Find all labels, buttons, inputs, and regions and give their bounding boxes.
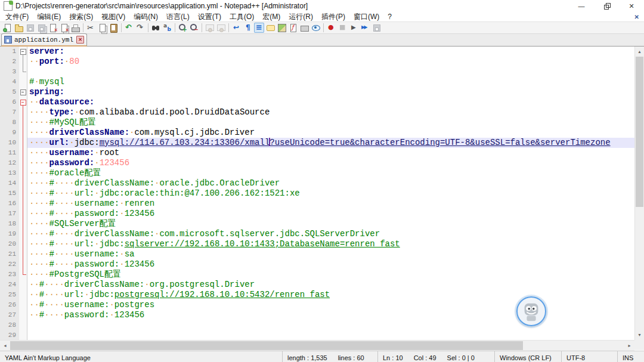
code-line-24[interactable]: 24··#····driverClassName:·org.postgresql… [0,280,634,290]
fold-collapse-icon[interactable] [20,49,26,55]
horizontal-scroll-thumb[interactable] [10,341,523,350]
menu-encoding[interactable]: 编码(N) [129,12,162,22]
user-defined-dialog-icon[interactable] [265,23,275,33]
fold-collapse-icon[interactable] [20,100,26,106]
fold-margin[interactable] [19,47,27,57]
stop-recording-macro-icon[interactable] [338,23,348,33]
status-encoding[interactable]: UTF-8 [562,351,618,362]
code-text[interactable]: ····#····username:·renren [27,199,634,209]
new-file-icon[interactable] [2,23,13,33]
code-text[interactable]: ····#····url:·jdbc:sqlserver://192.168.1… [27,239,634,249]
scroll-down-icon[interactable]: ▾ [635,330,644,340]
status-insert-mode[interactable]: INS [618,351,644,362]
save-all-icon[interactable] [36,23,47,33]
close-button[interactable]: ✕ [619,0,644,12]
scroll-right-icon[interactable]: ▸ [624,341,634,351]
code-text[interactable]: ····#····password:·123456 [27,259,634,270]
code-text[interactable] [27,330,634,340]
playback-macro-icon[interactable] [349,23,359,33]
code-line-12[interactable]: 12····password:·123456 [0,158,634,168]
code-text[interactable]: ····type:·com.alibaba.druid.pool.DruidDa… [27,107,634,117]
code-line-22[interactable]: 22····#····password:·123456 [0,259,634,270]
code-line-20[interactable]: 20····#····url:·jdbc:sqlserver://192.168… [0,239,634,249]
code-text[interactable]: ····driverClassName:·com.mysql.cj.jdbc.D… [27,128,634,138]
undo-icon[interactable] [124,23,134,33]
vertical-scroll-thumb[interactable] [636,57,643,207]
save-recorded-macro-icon[interactable] [371,23,382,33]
code-line-29[interactable]: 29 [0,330,634,340]
sync-horizontal-scrolling-icon[interactable] [216,23,226,33]
code-line-14[interactable]: 14····#····driverClassName:·oracle.jdbc.… [0,178,634,188]
horizontal-scrollbar[interactable]: ◂ ▸ [0,340,634,351]
code-line-23[interactable]: 23····#PostgreSQL配置 [0,270,634,280]
scroll-up-icon[interactable]: ▴ [635,47,644,57]
code-line-6[interactable]: 6··datasource: [0,97,634,107]
sync-vertical-scrolling-icon[interactable] [205,23,215,33]
word-wrap-icon[interactable] [231,23,242,33]
code-line-18[interactable]: 18····#SQLServer配置 [0,219,634,229]
status-eol-format[interactable]: Windows (CR LF) [495,351,562,362]
tab-application-yml[interactable]: application.yml ✕ [1,33,87,47]
code-text[interactable]: #·mysql [27,77,634,87]
code-text[interactable]: ····#····driverClassName:·com.microsoft.… [27,229,634,239]
menu-window[interactable]: 窗口(W) [349,12,383,22]
menu-edit[interactable]: 编辑(E) [33,12,65,22]
tab-close-icon[interactable]: ✕ [76,36,84,44]
menu-help[interactable]: ? [383,13,396,21]
menu-run[interactable]: 运行(R) [284,12,317,22]
menu-search[interactable]: 搜索(S) [65,12,97,22]
vertical-scrollbar[interactable]: ▴ ▾ [634,47,644,340]
replace-icon[interactable] [162,23,172,33]
start-recording-macro-icon[interactable] [326,23,336,33]
menu-file[interactable]: 文件(F) [1,12,33,22]
show-indent-guide-icon[interactable] [254,23,264,33]
code-text[interactable]: ····#PostgreSQL配置 [27,270,634,280]
code-text[interactable]: ····#SQLServer配置 [27,219,634,229]
close-icon[interactable] [48,23,58,33]
code-line-13[interactable]: 13····#oracle配置 [0,168,634,178]
code-text[interactable]: ··#····driverClassName:·org.postgresql.D… [27,280,634,290]
code-line-10[interactable]: 10····url:·jdbc:mysql://114.67.103.234:1… [0,138,634,148]
close-all-icon[interactable] [59,23,69,33]
fold-margin[interactable] [19,87,27,97]
menu-tools[interactable]: 工具(O) [225,12,258,22]
code-line-5[interactable]: 5spring: [0,87,634,97]
code-text[interactable]: server: [27,47,634,57]
code-line-17[interactable]: 17····#····password:·123456 [0,209,634,219]
zoom-in-icon[interactable] [178,23,188,33]
print-icon[interactable] [70,23,80,33]
code-line-8[interactable]: 8····#MySQL配置 [0,117,634,128]
redo-icon[interactable] [135,23,145,33]
copy-icon[interactable] [97,23,107,33]
code-line-16[interactable]: 16····#····username:·renren [0,199,634,209]
code-text[interactable]: spring: [27,87,634,97]
fold-collapse-icon[interactable] [20,89,26,95]
code-text[interactable]: ····#····username:·sa [27,249,634,259]
code-text[interactable] [27,67,634,77]
menu-language[interactable]: 语言(L) [162,12,194,22]
zoom-out-icon[interactable] [189,23,199,33]
restore-button[interactable] [594,0,619,12]
menu-macro[interactable]: 宏(M) [258,12,284,22]
function-list-icon[interactable] [288,23,298,33]
code-line-7[interactable]: 7····type:·com.alibaba.druid.pool.DruidD… [0,107,634,117]
run-macro-multiple-times-icon[interactable] [360,23,370,33]
open-file-icon[interactable] [14,23,24,33]
code-area[interactable]: 1server:2··port:·8034#·mysql5spring:6··d… [0,47,634,340]
minimize-button[interactable]: — [569,0,594,12]
save-icon[interactable] [25,23,35,33]
cut-icon[interactable] [86,23,96,33]
code-line-19[interactable]: 19····#····driverClassName:·com.microsof… [0,229,634,239]
code-line-3[interactable]: 3 [0,67,634,77]
code-text[interactable] [27,320,634,330]
code-text[interactable]: ····password:·123456 [27,158,634,168]
code-text[interactable]: ····#MySQL配置 [27,117,634,128]
assistant-widget[interactable] [516,296,546,326]
code-line-2[interactable]: 2··port:·80 [0,57,634,67]
menu-settings[interactable]: 设置(T) [194,12,225,22]
monitoring-icon[interactable] [311,23,321,33]
find-icon[interactable] [151,23,161,33]
code-text[interactable]: ··#····url:·jdbc:postgresql://192.168.10… [27,290,634,300]
code-text[interactable]: ··datasource: [27,97,634,107]
code-line-11[interactable]: 11····username:·root [0,148,634,158]
